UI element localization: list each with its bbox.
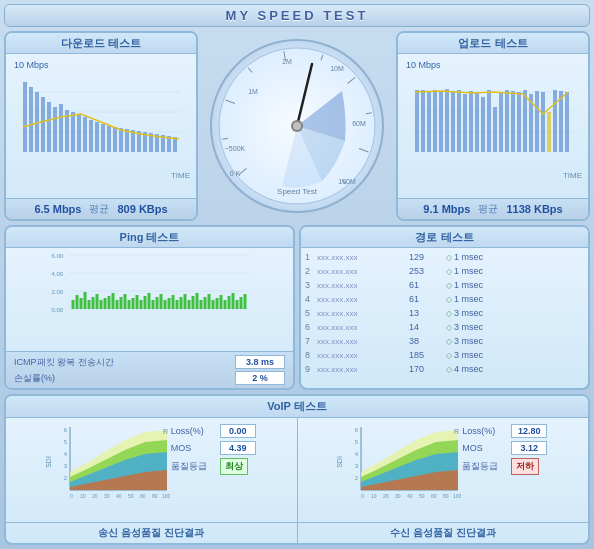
svg-rect-66 — [481, 97, 485, 152]
svg-rect-121 — [200, 300, 203, 309]
voip-send-stats: Loss(%) 0.00 MOS 4.39 품질등급 최상 — [171, 422, 256, 475]
svg-text:R: R — [454, 428, 459, 435]
svg-text:Speed Test: Speed Test — [277, 187, 318, 196]
title-bar: MY SPEED TEST — [4, 4, 590, 27]
svg-rect-110 — [156, 297, 159, 309]
svg-rect-58 — [433, 90, 437, 152]
svg-rect-20 — [125, 129, 129, 152]
svg-rect-12 — [77, 114, 81, 152]
svg-rect-107 — [144, 296, 147, 309]
svg-rect-78 — [553, 90, 557, 152]
svg-rect-131 — [240, 297, 243, 309]
voip-receive-grade-row: 품질등급 저하 — [462, 458, 547, 475]
voip-receive-half: SDI 6 5 4 3 2 0 10 20 — [298, 418, 589, 522]
svg-rect-73 — [523, 90, 527, 152]
voip-receive-stats: Loss(%) 12.80 MOS 3.12 품질등급 저하 — [462, 422, 547, 475]
svg-text:50: 50 — [419, 493, 425, 499]
route-ms-value: 185 — [409, 350, 444, 360]
voip-send-svg: 6 5 4 3 2 0 10 20 30 40 — [55, 422, 170, 500]
svg-text:4.00: 4.00 — [52, 271, 64, 277]
section2: Ping 테스트 6.00 4.00 2.00 0.00 — [4, 225, 590, 390]
voip-send-inner: SDI 6 5 4 3 2 — [47, 422, 256, 518]
svg-rect-56 — [421, 90, 425, 152]
svg-rect-125 — [216, 298, 219, 309]
voip-send-chart: SDI 6 5 4 3 2 — [47, 422, 167, 502]
receive-loss-label: Loss(%) — [462, 426, 507, 436]
route-num: 2 — [305, 266, 315, 276]
route-ms-value: 253 — [409, 266, 444, 276]
route-row: 4 xxx.xxx.xxx 61 ◇ 1 msec — [305, 292, 584, 306]
svg-rect-109 — [152, 300, 155, 309]
svg-rect-17 — [107, 126, 111, 152]
route-ms-value: 129 — [409, 252, 444, 262]
svg-rect-61 — [451, 92, 455, 152]
svg-text:0: 0 — [361, 493, 364, 499]
speedometer-svg: ~500K 0 K 1M 2M 10M 60M 100M — [207, 36, 387, 216]
svg-rect-64 — [469, 91, 473, 152]
route-ip: xxx.xxx.xxx — [317, 365, 407, 374]
svg-rect-132 — [244, 294, 247, 309]
voip-footer-row: 송신 음성품질 진단결과 수신 음성품질 진단결과 — [6, 522, 588, 543]
svg-rect-114 — [172, 295, 175, 309]
route-latency: 1 msec — [454, 294, 483, 304]
upload-mbps-label: 10 Mbps — [406, 60, 441, 70]
route-num: 8 — [305, 350, 315, 360]
route-ms-value: 13 — [409, 308, 444, 318]
svg-text:6: 6 — [355, 427, 359, 433]
svg-rect-108 — [148, 293, 151, 309]
ping-chart-svg: 6.00 4.00 2.00 0.00 — [10, 250, 289, 320]
download-speed: 6.5 Mbps — [34, 203, 81, 215]
svg-text:60: 60 — [431, 493, 437, 499]
voip-send-footer: 송신 음성품질 진단결과 — [6, 522, 297, 543]
svg-rect-8 — [53, 107, 57, 152]
route-ms-value: 170 — [409, 364, 444, 374]
svg-rect-118 — [188, 300, 191, 309]
route-table: 1 xxx.xxx.xxx 129 ◇ 1 msec 2 xxx.xxx.xxx… — [301, 248, 588, 388]
route-ip: xxx.xxx.xxx — [317, 323, 407, 332]
route-ms-value: 38 — [409, 336, 444, 346]
svg-rect-119 — [192, 296, 195, 309]
svg-rect-16 — [101, 124, 105, 152]
svg-rect-75 — [535, 91, 539, 152]
svg-text:30: 30 — [104, 493, 110, 499]
svg-rect-105 — [136, 295, 139, 309]
route-row: 8 xxx.xxx.xxx 185 ◇ 3 msec — [305, 348, 584, 362]
ping-loss-row: 손실률(%) 2 % — [14, 371, 285, 385]
send-grade-label: 품질등급 — [171, 460, 216, 473]
ping-chart-area: 6.00 4.00 2.00 0.00 — [6, 248, 293, 351]
route-latency: 4 msec — [454, 364, 483, 374]
svg-rect-70 — [505, 90, 509, 152]
svg-rect-62 — [457, 90, 461, 152]
svg-rect-103 — [128, 300, 131, 309]
app-title: MY SPEED TEST — [226, 8, 369, 23]
voip-outer: VoIP 테스트 SDI 6 5 — [4, 394, 590, 545]
svg-rect-112 — [164, 300, 167, 309]
download-avg-label: 평균 — [89, 202, 109, 216]
svg-text:0 K: 0 K — [230, 170, 241, 177]
route-diamond-icon: ◇ — [446, 323, 452, 332]
svg-rect-97 — [104, 298, 107, 309]
route-diamond-icon: ◇ — [446, 281, 452, 290]
svg-rect-13 — [83, 117, 87, 152]
upload-title: 업로드 테스트 — [398, 33, 588, 54]
voip-title: VoIP 테스트 — [6, 396, 588, 418]
download-kbps: 809 KBps — [117, 203, 167, 215]
svg-text:2.00: 2.00 — [52, 289, 64, 295]
svg-text:3: 3 — [355, 463, 359, 469]
voip-receive-loss-row: Loss(%) 12.80 — [462, 424, 547, 438]
svg-text:40: 40 — [407, 493, 413, 499]
svg-rect-3 — [23, 82, 27, 152]
svg-rect-93 — [88, 300, 91, 309]
route-num: 1 — [305, 252, 315, 262]
svg-rect-55 — [415, 90, 419, 152]
svg-rect-115 — [176, 300, 179, 309]
speedometer-panel: ~500K 0 K 1M 2M 10M 60M 100M — [202, 31, 392, 221]
svg-text:~500K: ~500K — [225, 145, 246, 152]
route-diamond-icon: ◇ — [446, 295, 452, 304]
route-row: 2 xxx.xxx.xxx 253 ◇ 1 msec — [305, 264, 584, 278]
route-row: 5 xxx.xxx.xxx 13 ◇ 3 msec — [305, 306, 584, 320]
route-latency: 1 msec — [454, 280, 483, 290]
route-ip: xxx.xxx.xxx — [317, 281, 407, 290]
upload-panel: 업로드 테스트 10 Mbps TIME — [396, 31, 590, 221]
svg-rect-59 — [439, 91, 443, 152]
